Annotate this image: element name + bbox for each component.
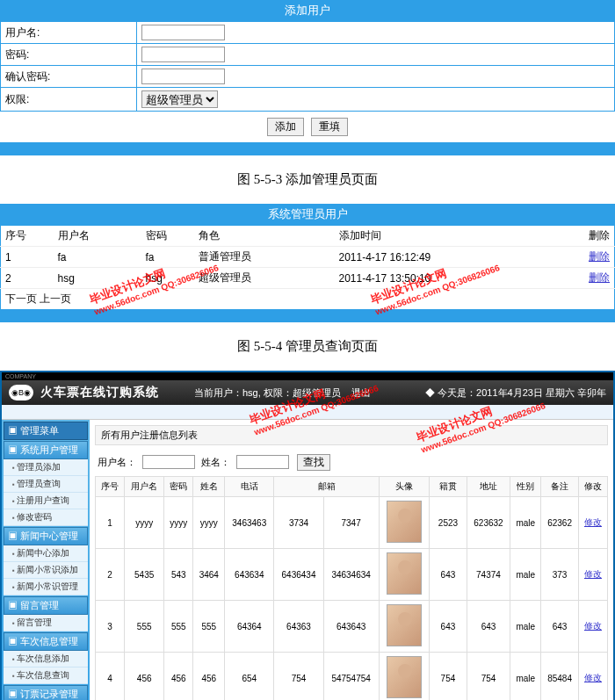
sidebar-item[interactable]: 车次信息添加 [4,651,88,668]
logout-link[interactable]: 退出 [351,387,371,398]
divider-bar [0,142,615,155]
table-row: 1yyyyyyyyyyyy3463463373473472523623632ma… [96,497,608,549]
sidebar-item[interactable]: 新闻小常识管理 [4,579,88,595]
user-table: 序号 用户名 密码 姓名 电话 邮箱 头像 籍贯 地址 性别 备注 修改 1yy… [95,476,608,700]
sidebar-item[interactable]: 管理员添加 [4,459,88,476]
delete-link[interactable]: 删除 [589,271,610,284]
uth-modify: 修改 [578,477,607,497]
modify-link[interactable]: 修改 [584,517,602,527]
th-role: 角色 [194,226,335,247]
uth-seq: 序号 [96,477,125,497]
uth-address: 地址 [467,477,510,497]
th-username: 用户名 [54,226,141,247]
sidebar-item[interactable]: 新闻小常识添加 [4,562,88,579]
perm-label: 权限: [1,88,137,112]
table-row: 1fafa普通管理员2011-4-17 16:12:49删除 [1,247,615,268]
sidebar-header: ▣ 管理菜单 [4,422,88,440]
delete-link[interactable]: 删除 [589,250,610,263]
modify-link[interactable]: 修改 [584,621,602,631]
filter-row: 用户名： 姓名： 查找 [95,449,608,476]
search-button[interactable]: 查找 [297,454,330,471]
sidebar-group[interactable]: ▣ 系统用户管理 [4,441,88,459]
uth-gender: 性别 [510,477,541,497]
th-password: 密码 [141,226,194,247]
sidebar-group[interactable]: ▣ 留言管理 [4,596,88,615]
reset-button[interactable]: 重填 [311,118,348,136]
content-title: 所有用户注册信息列表 [95,425,608,445]
filter-user-label: 用户名： [98,457,136,467]
sidebar-item[interactable]: 管理员查询 [4,476,88,493]
confirm-label: 确认密码: [1,66,137,88]
add-user-title: 添加用户 [0,0,615,21]
table-row: 445645645665475454754754754754male85484修… [96,653,608,701]
admin-table: 序号 用户名 密码 角色 添加时间 删除 1fafa普通管理员2011-4-17… [0,225,615,289]
avatar-icon [387,552,422,595]
current-user: 当前用户：hsg, 权限：超级管理员 [194,387,341,398]
uth-avatar: 头像 [379,477,430,497]
add-button[interactable]: 添加 [267,118,304,136]
divider-bar-2 [0,309,615,322]
username-label: 用户名: [1,22,137,44]
perm-select[interactable]: 超级管理员 [141,90,218,108]
uth-email: 邮箱 [274,477,379,497]
sidebar-item[interactable]: 留言管理 [4,615,88,631]
filter-name-input[interactable] [236,455,289,469]
sidebar: ▣ 管理菜单 ▣ 系统用户管理管理员添加管理员查询注册用户查询修改密码▣ 新闻中… [2,420,90,700]
table-row: 35555555556436464363643643643643male643修… [96,601,608,653]
sidebar-item[interactable]: 新闻中心添加 [4,545,88,562]
username-input[interactable] [141,25,225,40]
uth-username: 用户名 [125,477,164,497]
add-user-form: 用户名: 密码: 确认密码: 权限: 超级管理员 [0,21,615,112]
uth-realname: 姓名 [193,477,225,497]
filter-name-label: 姓名： [201,457,230,467]
th-addtime: 添加时间 [335,226,571,247]
sidebar-group[interactable]: ▣ 新闻中心管理 [4,527,88,545]
pager-next[interactable]: 下一页 [5,292,37,305]
uth-native: 籍贯 [430,477,467,497]
caption-2: 图 5-5-4 管理员查询页面 [0,338,615,355]
logo-icon: ◉B◉ [9,385,33,401]
uth-password: 密码 [164,477,193,497]
modify-link[interactable]: 修改 [584,569,602,579]
sidebar-item[interactable]: 车次信息查询 [4,668,88,684]
modify-link[interactable]: 修改 [584,673,602,682]
confirm-input[interactable] [141,69,225,84]
avatar-icon [387,501,422,543]
app-shell: 毕业设计论文网www.56doc.com QQ:306826066 毕业设计论文… [0,371,615,700]
sidebar-item[interactable]: 注册用户查询 [4,493,88,509]
filter-user-input[interactable] [142,455,195,469]
table-row: 2hsghsg超级管理员2011-4-17 13:50:10删除 [1,268,615,289]
table-row: 2543554334646436346436434346346346437437… [96,549,608,601]
sidebar-item[interactable]: 修改密码 [4,509,88,526]
password-label: 密码: [1,44,137,66]
sidebar-group[interactable]: ▣ 车次信息管理 [4,632,88,651]
pager-prev[interactable]: 上一页 [40,292,71,305]
app-titlebar: ◉B◉ 火车票在线订购系统 当前用户：hsg, 权限：超级管理员 退出 ◆ 今天… [2,380,613,405]
sidebar-group[interactable]: ▣ 订票记录管理 [4,685,88,700]
date-display: ◆ 今天是：2011年4月23日 星期六 辛卯年 [425,386,606,400]
password-input[interactable] [141,47,225,62]
avatar-icon [387,656,422,698]
content-area: 所有用户注册信息列表 用户名： 姓名： 查找 序号 用户名 密码 姓名 电话 邮… [90,420,613,700]
avatar-icon [387,604,422,646]
uth-remark: 备注 [541,477,579,497]
company-label: COMPANY [2,372,613,380]
th-delete: 删除 [571,226,615,247]
th-seq: 序号 [1,226,54,247]
menu-bar [2,405,613,420]
uth-phone: 电话 [225,477,274,497]
caption-1: 图 5-5-3 添加管理员页面 [0,171,615,188]
admin-list-title: 系统管理员用户 [0,204,615,225]
app-title: 火车票在线订购系统 [40,385,159,401]
